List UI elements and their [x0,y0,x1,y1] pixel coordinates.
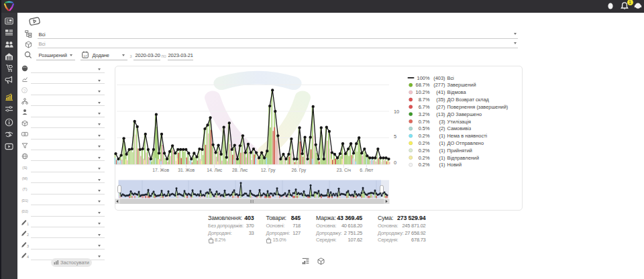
svg-text:3.2%: 3.2% [419,111,430,117]
svg-text:0.7%: 0.7% [419,119,430,125]
svg-text:0: 0 [394,160,396,166]
svg-text:10.2%: 10.2% [416,89,430,95]
svg-text:x: x [213,241,214,243]
svg-text:31. Жов: 31. Жов [178,168,195,172]
svg-text:(13): (13) [436,111,445,117]
svg-text:8.7%: 8.7% [419,97,430,103]
svg-text:Прийнятий: Прийнятий [447,148,472,154]
svg-text:100%: 100% [417,75,430,81]
svg-text:0.2%: 0.2% [419,133,430,139]
svg-text:(1): (1) [439,133,445,139]
svg-text:28. Лис: 28. Лис [232,168,248,172]
svg-text:(35): (35) [436,97,445,103]
svg-text:(1): (1) [439,140,445,146]
svg-text:x: x [270,241,272,243]
svg-text:Завершений: Завершений [447,82,476,88]
svg-text:10: 10 [394,109,399,115]
svg-text:0.2%: 0.2% [419,155,430,161]
svg-text:Відправлений: Відправлений [447,155,480,161]
svg-text:(41): (41) [436,89,445,95]
svg-text:17. Жов: 17. Жов [152,168,169,172]
svg-text:6. Лют: 6. Лют [360,168,373,172]
svg-text:6.7%: 6.7% [419,104,430,110]
svg-text:(27): (27) [436,104,445,110]
svg-text:68.7%: 68.7% [416,82,430,88]
svg-text:26. Гру: 26. Гру [291,168,306,173]
svg-text:12. Гру: 12. Гру [261,168,276,173]
svg-text:Відмова: Відмова [447,89,467,95]
svg-text:ДО Возврат склад: ДО Возврат склад [447,97,490,103]
svg-text:Утилізація: Утилізація [447,119,472,125]
svg-text:0.5%: 0.5% [419,125,430,131]
svg-text:23. Січ: 23. Січ [337,168,352,172]
svg-text:ДО Завершено: ДО Завершено [447,111,482,117]
svg-text:Самовивіз: Самовивіз [447,125,472,131]
svg-text:(1): (1) [439,148,445,154]
svg-text:5: 5 [394,133,396,140]
svg-text:0.2%: 0.2% [419,148,430,154]
svg-text:(2): (2) [439,125,445,131]
svg-text:0.2%: 0.2% [419,162,430,168]
svg-text:(1): (1) [439,155,445,161]
svg-text:(3): (3) [439,119,445,125]
svg-text:(1): (1) [439,162,445,168]
svg-text:(403): (403) [433,75,445,81]
svg-text:Всі: Всі [447,75,455,81]
svg-text:Новий: Новий [447,162,462,168]
svg-text:14. Лис: 14. Лис [207,168,223,172]
svg-text:0.2%: 0.2% [419,140,430,146]
svg-text:(277): (277) [433,82,445,88]
svg-text:Нема в наявності: Нема в наявності [447,133,488,139]
svg-text:ДО Отправлено: ДО Отправлено [447,140,484,146]
svg-text:Повернення (завершений): Повернення (завершений) [447,104,508,110]
